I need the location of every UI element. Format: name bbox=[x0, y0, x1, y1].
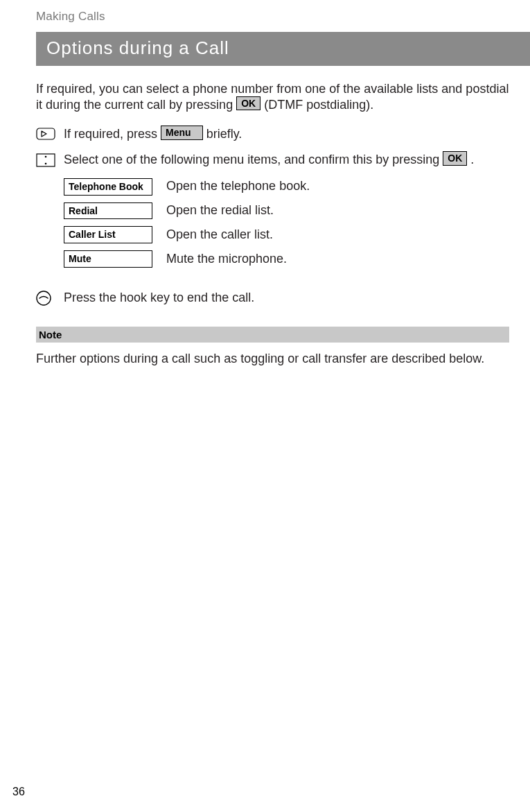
softkey-press-icon bbox=[36, 126, 64, 140]
ok-key-inline-2: OK bbox=[443, 151, 467, 166]
menu-desc-mute: Mute the microphone. bbox=[166, 252, 287, 267]
step-2-text: Select one of the following menu items, … bbox=[64, 152, 509, 168]
menu-item-telephone-book: Telephone Book bbox=[64, 178, 152, 196]
step-1-text: If required, press Menu briefly. bbox=[64, 126, 509, 142]
hook-key-icon bbox=[36, 291, 64, 306]
menu-desc-caller-list: Open the caller list. bbox=[166, 227, 273, 243]
menu-item-caller-list: Caller List bbox=[64, 226, 152, 243]
menu-item-redial: Redial bbox=[64, 202, 152, 220]
page-number: 36 bbox=[12, 786, 25, 798]
svg-point-2 bbox=[45, 156, 47, 158]
menu-desc-redial: Open the redial list. bbox=[166, 203, 274, 218]
intro-text-after: (DTMF postdialing). bbox=[264, 98, 373, 112]
note-text: Further options during a call such as to… bbox=[36, 351, 509, 367]
step-row-2: Select one of the following menu items, … bbox=[36, 152, 509, 168]
hook-key-row: Press the hook key to end the call. bbox=[36, 290, 509, 306]
navigation-key-icon bbox=[36, 152, 64, 167]
menu-row: Caller List Open the caller list. bbox=[64, 226, 509, 243]
menu-row: Telephone Book Open the telephone book. bbox=[64, 178, 509, 196]
svg-rect-1 bbox=[37, 154, 55, 166]
step-2-after: . bbox=[470, 153, 474, 166]
ok-key-inline-1: OK bbox=[236, 96, 260, 111]
intro-paragraph: If required, you can select a phone numb… bbox=[36, 81, 509, 112]
menu-key-inline: Menu bbox=[161, 126, 203, 140]
menu-desc-telephone-book: Open the telephone book. bbox=[166, 179, 310, 194]
menu-options-table: Telephone Book Open the telephone book. … bbox=[64, 178, 509, 268]
svg-point-3 bbox=[45, 163, 47, 165]
svg-point-4 bbox=[37, 291, 51, 305]
menu-item-mute: Mute bbox=[64, 250, 152, 268]
menu-row: Redial Open the redial list. bbox=[64, 202, 509, 220]
section-title: Options during a Call bbox=[36, 32, 530, 66]
step-1-after: briefly. bbox=[206, 127, 242, 141]
menu-row: Mute Mute the microphone. bbox=[64, 250, 509, 268]
note-label-bar: Note bbox=[36, 327, 509, 343]
step-1-before: If required, press bbox=[64, 127, 161, 141]
page-header: Making Calls bbox=[36, 10, 530, 24]
step-row-1: If required, press Menu briefly. bbox=[36, 126, 509, 142]
step-2-before: Select one of the following menu items, … bbox=[64, 153, 443, 166]
hook-key-text: Press the hook key to end the call. bbox=[64, 290, 509, 306]
